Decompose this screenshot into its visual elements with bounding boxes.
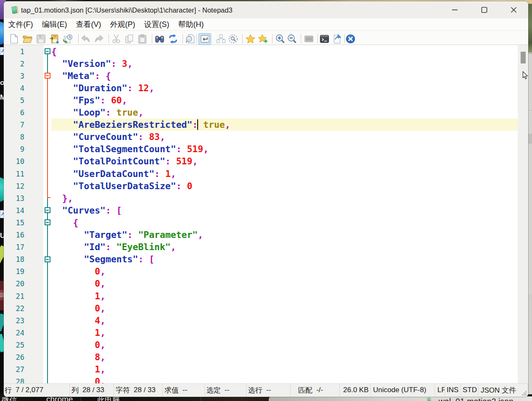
code-line-10[interactable]: "TotalPointCount": 519, — [51, 155, 518, 167]
menu-item-5[interactable]: 帮助(H) — [174, 18, 208, 30]
add-favorite-button[interactable] — [258, 34, 268, 44]
status-label: 行 — [5, 385, 12, 395]
status-filesize[interactable]: 26.0 KB — [340, 384, 371, 397]
code-line-2[interactable]: "Version": 3, — [51, 58, 518, 70]
code-line-6[interactable]: "Loop": true, — [51, 106, 518, 119]
fold-collapse-box-line-14[interactable] — [45, 207, 50, 213]
status-selected-lines[interactable]: 选行-- — [246, 384, 291, 397]
fold-collapse-box-line-18[interactable] — [45, 256, 50, 262]
paste-button[interactable] — [138, 34, 147, 44]
menu-item-1[interactable]: 编辑(E) — [37, 18, 71, 30]
status-label: 列 — [71, 385, 79, 395]
code-line-26[interactable]: 8, — [51, 351, 518, 363]
code-line-16[interactable]: "Target": "Parameter", — [51, 229, 518, 241]
menu-item-2[interactable]: 查看(V) — [71, 18, 106, 30]
scheme-config-button[interactable] — [304, 34, 314, 44]
code-line-28[interactable]: 0, — [51, 375, 518, 383]
focus-view-icon — [228, 34, 238, 44]
code-line-22[interactable]: 0, — [51, 302, 518, 314]
code-line-8[interactable]: "CurveCount": 83, — [51, 131, 518, 143]
status-column[interactable]: 列28 / 33 — [70, 384, 114, 397]
status-line[interactable]: 行7 / 2,077 — [4, 384, 70, 397]
undo-button[interactable] — [81, 34, 90, 44]
find-button[interactable] — [155, 34, 164, 44]
save-button[interactable] — [36, 34, 46, 44]
code-line-25[interactable]: 0, — [51, 339, 518, 351]
background-window-titlebar[interactable]: wal_01.motion3.json — [269, 396, 532, 401]
code-line-4[interactable]: "Duration": 12, — [51, 82, 518, 94]
fold-collapse-box-line-15[interactable] — [45, 219, 50, 225]
code-line-7[interactable]: "AreBeziersRestricted": true, — [51, 119, 518, 131]
scrollbar-thumb[interactable] — [521, 52, 526, 63]
line-number: 20 — [16, 278, 24, 290]
open-file-button[interactable] — [23, 34, 32, 44]
close-button[interactable] — [504, 1, 523, 18]
save-as-button[interactable] — [50, 34, 59, 44]
exit-button[interactable] — [346, 34, 355, 44]
code-line-24[interactable]: 1, — [51, 327, 518, 339]
maximize-button[interactable] — [474, 1, 494, 18]
replace-button[interactable] — [168, 34, 178, 44]
status-value: -- — [266, 386, 271, 394]
code-line-21[interactable]: 1, — [51, 290, 518, 302]
code-line-20[interactable]: 0, — [51, 277, 518, 290]
save-icon — [36, 34, 46, 44]
zoom-in-button[interactable] — [275, 34, 285, 44]
favorites-button[interactable] — [246, 34, 255, 44]
status-selection[interactable]: 选定-- — [205, 384, 246, 397]
resize-grip-icon[interactable] — [521, 390, 527, 396]
open-file-icon — [23, 34, 32, 44]
menu-item-0[interactable]: 文件(F) — [4, 18, 37, 30]
cut-button[interactable] — [111, 34, 121, 44]
status-insert-mode[interactable]: INS — [445, 384, 461, 397]
new-file-button[interactable] — [9, 34, 19, 44]
code-line-19[interactable]: 0, — [51, 265, 518, 277]
status-value: INS — [447, 386, 458, 394]
code-line-15[interactable]: { — [51, 216, 518, 229]
code-area[interactable]: { "Version": 3, "Meta": { "Duration": 12… — [51, 45, 518, 383]
titlebar[interactable]: tap_01.motion3.json [C:\Users\shiki\Desk… — [4, 1, 528, 18]
code-line-13[interactable]: }, — [51, 192, 518, 204]
status-value: STD — [463, 386, 477, 394]
status-character[interactable]: 字符28 / 33 — [114, 384, 163, 397]
minimize-button[interactable] — [445, 1, 464, 18]
code-line-27[interactable]: 1, — [51, 363, 518, 375]
menu-item-3[interactable]: 外观(P) — [106, 18, 140, 30]
code-line-5[interactable]: "Fps": 60, — [51, 94, 518, 106]
run-command-button[interactable] — [320, 34, 329, 44]
focus-view-button[interactable] — [228, 34, 238, 44]
editor-pane[interactable]: 1234567891011121314151617181920212223242… — [4, 45, 528, 383]
status-filetype[interactable]: JSON 文件 — [479, 384, 528, 397]
code-line-18[interactable]: "Segments": [ — [51, 253, 518, 265]
code-line-3[interactable]: "Meta": { — [51, 70, 518, 82]
code-line-12[interactable]: "TotalUserDataSize": 0 — [51, 180, 518, 192]
fold-collapse-box-line-1[interactable] — [45, 48, 50, 54]
code-folding-button[interactable] — [216, 34, 226, 44]
line-number: 28 — [16, 376, 24, 383]
code-line-14[interactable]: "Curves": [ — [51, 204, 518, 216]
menu-item-4[interactable]: 设置(S) — [140, 18, 174, 30]
pin-document-icon — [332, 34, 342, 44]
code-line-11[interactable]: "UserDataCount": 1, — [51, 168, 518, 180]
status-eval[interactable]: 求值-- — [163, 384, 205, 397]
toolbar-separator — [318, 34, 318, 43]
code-line-1[interactable]: { — [51, 45, 518, 58]
status-encoding[interactable]: Unicode (UTF-8) — [371, 384, 435, 397]
zoom-out-button[interactable] — [287, 34, 297, 44]
line-number: 14 — [16, 205, 24, 217]
word-wrap-button[interactable] — [199, 33, 211, 45]
recent-files-button[interactable] — [63, 34, 73, 44]
code-line-17[interactable]: "Id": "EyeBlink", — [51, 241, 518, 253]
status-match[interactable]: 匹配-/- — [291, 384, 340, 397]
status-eol[interactable]: LF — [435, 384, 445, 397]
code-line-9[interactable]: "TotalSegmentCount": 519, — [51, 143, 518, 155]
run-command-icon — [320, 34, 329, 44]
redo-button[interactable] — [94, 34, 104, 44]
status-mode[interactable]: STD — [461, 384, 479, 397]
zoom-view-button[interactable] — [185, 34, 195, 44]
code-line-23[interactable]: 4, — [51, 314, 518, 327]
vertical-scrollbar[interactable] — [518, 45, 528, 383]
pin-document-button[interactable] — [332, 34, 342, 44]
fold-collapse-box-line-3[interactable] — [45, 73, 50, 79]
copy-button[interactable] — [124, 34, 134, 44]
